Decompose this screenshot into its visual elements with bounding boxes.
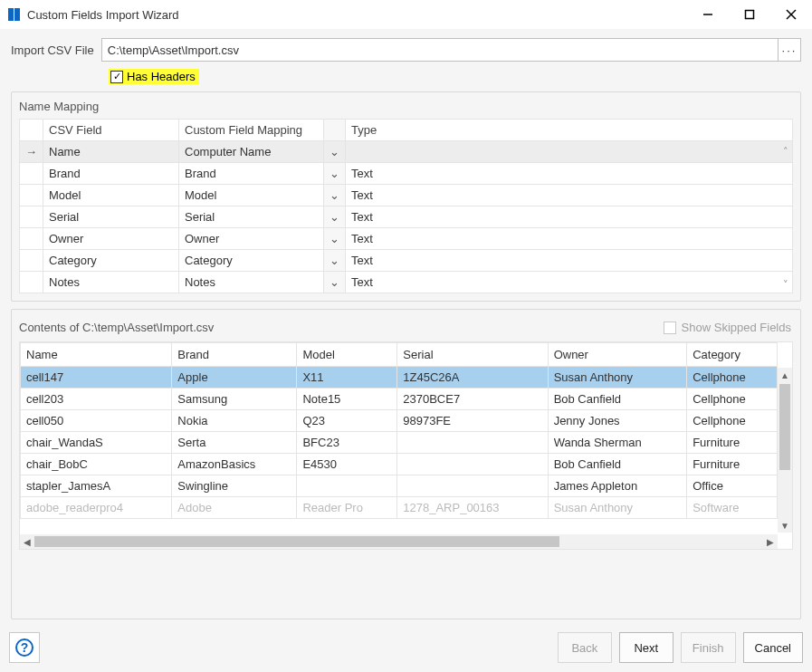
- col-custom-field[interactable]: Custom Field Mapping: [179, 120, 324, 141]
- dropdown-icon[interactable]: ⌄: [324, 272, 346, 293]
- cell: AmazonBasics: [172, 454, 297, 475]
- custom-field-cell[interactable]: Brand: [179, 163, 324, 185]
- column-header[interactable]: Name: [21, 343, 172, 367]
- cell: X11: [297, 367, 397, 389]
- col-type[interactable]: Type: [346, 120, 793, 141]
- horizontal-scrollbar[interactable]: ◀ ▶: [20, 534, 778, 549]
- next-button[interactable]: Next: [619, 632, 673, 663]
- cell: Office: [687, 475, 778, 497]
- scroll-down-icon[interactable]: ˅: [780, 279, 791, 290]
- custom-field-cell[interactable]: Computer Name: [179, 141, 324, 163]
- cell: chair_WandaS: [21, 432, 172, 454]
- scroll-up-icon[interactable]: ▲: [778, 368, 792, 382]
- cell: Samsung: [172, 389, 297, 410]
- import-file-input[interactable]: [101, 38, 778, 62]
- mapping-row[interactable]: →NameComputer Name⌄: [20, 141, 793, 163]
- table-row[interactable]: chair_BobCAmazonBasicsE4530Bob CanfieldF…: [21, 454, 778, 475]
- back-button[interactable]: Back: [558, 632, 612, 663]
- cell: cell147: [21, 367, 172, 389]
- scroll-down-icon[interactable]: ▼: [778, 518, 792, 533]
- vertical-scrollbar[interactable]: ▲ ▼: [778, 368, 792, 533]
- cell: E4530: [297, 454, 397, 475]
- mapping-row[interactable]: CategoryCategory⌄Text: [20, 250, 793, 272]
- cell: Cellphone: [687, 367, 778, 389]
- table-row[interactable]: adobe_readerpro4AdobeReader Pro1278_ARP_…: [21, 497, 778, 519]
- help-button[interactable]: ?: [9, 632, 40, 663]
- csv-field-cell[interactable]: Notes: [43, 272, 179, 293]
- row-indicator-icon: [20, 163, 43, 185]
- column-header[interactable]: Serial: [397, 343, 548, 367]
- scroll-right-icon[interactable]: ▶: [763, 534, 778, 549]
- custom-field-cell[interactable]: Model: [179, 185, 324, 206]
- dropdown-icon[interactable]: ⌄: [324, 185, 346, 206]
- import-file-label: Import CSV File: [11, 43, 94, 57]
- csv-field-cell[interactable]: Name: [43, 141, 179, 163]
- name-mapping-legend: Name Mapping: [19, 100, 793, 119]
- cell: 98973FE: [397, 410, 548, 432]
- has-headers-checkbox[interactable]: ✓ Has Headers: [109, 69, 199, 84]
- cell: Furniture: [687, 454, 778, 475]
- custom-field-cell[interactable]: Serial: [179, 206, 324, 228]
- footer: ? Back Next Finish Cancel: [0, 627, 812, 672]
- dropdown-icon[interactable]: ⌄: [324, 228, 346, 250]
- close-button[interactable]: [770, 0, 812, 29]
- cell: 1278_ARP_00163: [397, 497, 548, 519]
- has-headers-label: Has Headers: [127, 70, 196, 83]
- minimize-button[interactable]: [687, 0, 729, 29]
- dropdown-icon[interactable]: ⌄: [324, 250, 346, 272]
- column-header[interactable]: Model: [297, 343, 397, 367]
- type-cell: Text: [346, 272, 793, 293]
- custom-field-cell[interactable]: Owner: [179, 228, 324, 250]
- csv-field-cell[interactable]: Model: [43, 185, 179, 206]
- show-skipped-checkbox[interactable]: Show Skipped Fields: [664, 321, 791, 334]
- csv-field-cell[interactable]: Brand: [43, 163, 179, 185]
- column-header[interactable]: Brand: [172, 343, 297, 367]
- svg-rect-3: [746, 11, 754, 19]
- mapping-row[interactable]: ModelModel⌄Text: [20, 185, 793, 206]
- cell: Note15: [297, 389, 397, 410]
- mapping-row[interactable]: NotesNotes⌄Text: [20, 272, 793, 293]
- row-indicator-icon: [20, 272, 43, 293]
- csv-field-cell[interactable]: Owner: [43, 228, 179, 250]
- dropdown-icon[interactable]: ⌄: [324, 206, 346, 228]
- table-row[interactable]: cell203SamsungNote152370BCE7Bob Canfield…: [21, 389, 778, 410]
- table-row[interactable]: chair_WandaSSertaBFC23Wanda ShermanFurni…: [21, 432, 778, 454]
- cell: Serta: [172, 432, 297, 454]
- scrollbar-thumb[interactable]: [34, 536, 559, 547]
- col-csv-field[interactable]: CSV Field: [43, 120, 179, 141]
- column-header[interactable]: Category: [687, 343, 778, 367]
- cell: Swingline: [172, 475, 297, 497]
- cell: 2370BCE7: [397, 389, 548, 410]
- scroll-up-icon[interactable]: ˄: [780, 146, 791, 157]
- table-row[interactable]: cell050NokiaQ2398973FEJenny JonesCellpho…: [21, 410, 778, 432]
- cell: Cellphone: [687, 389, 778, 410]
- csv-field-cell[interactable]: Serial: [43, 206, 179, 228]
- scroll-left-icon[interactable]: ◀: [20, 534, 34, 549]
- mapping-row[interactable]: BrandBrand⌄Text: [20, 163, 793, 185]
- table-row[interactable]: cell147AppleX111Z45C26ASusan AnthonyCell…: [21, 367, 778, 389]
- custom-field-cell[interactable]: Category: [179, 250, 324, 272]
- help-icon: ?: [14, 638, 34, 658]
- scrollbar-thumb[interactable]: [779, 384, 790, 470]
- maximize-button[interactable]: [729, 0, 770, 29]
- dropdown-icon[interactable]: ⌄: [324, 141, 346, 163]
- mapping-row[interactable]: SerialSerial⌄Text: [20, 206, 793, 228]
- table-row[interactable]: stapler_JamesASwinglineJames AppletonOff…: [21, 475, 778, 497]
- csv-field-cell[interactable]: Category: [43, 250, 179, 272]
- cell: Susan Anthony: [548, 497, 687, 519]
- cell: Furniture: [687, 432, 778, 454]
- dropdown-icon[interactable]: ⌄: [324, 163, 346, 185]
- mapping-table: CSV Field Custom Field Mapping Type →Nam…: [19, 119, 793, 293]
- svg-rect-1: [14, 8, 20, 21]
- finish-button[interactable]: Finish: [681, 632, 736, 663]
- custom-field-cell[interactable]: Notes: [179, 272, 324, 293]
- cell: Apple: [172, 367, 297, 389]
- column-header[interactable]: Owner: [548, 343, 687, 367]
- contents-legend: Contents of C:\temp\Asset\Import.csv: [19, 321, 214, 334]
- mapping-row[interactable]: OwnerOwner⌄Text: [20, 228, 793, 250]
- cancel-button[interactable]: Cancel: [743, 632, 803, 663]
- show-skipped-label: Show Skipped Fields: [682, 321, 791, 334]
- row-indicator-icon: [20, 228, 43, 250]
- cell: Bob Canfield: [548, 389, 687, 410]
- browse-button[interactable]: ···: [778, 38, 801, 62]
